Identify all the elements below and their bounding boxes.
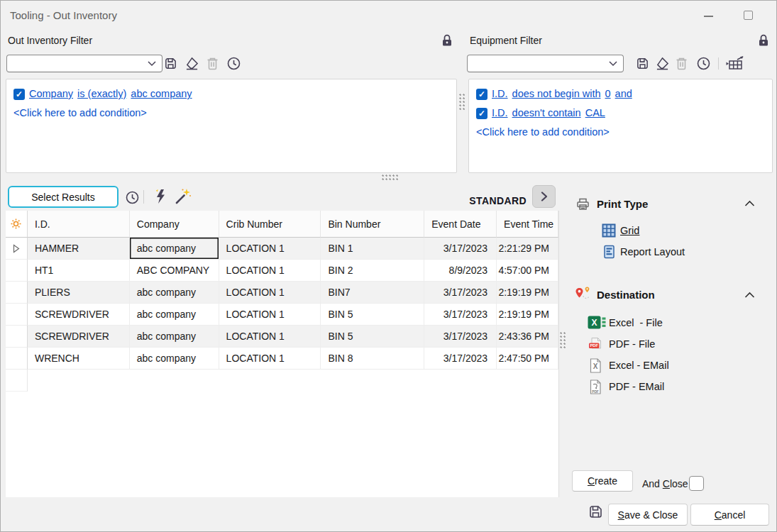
cell-company-focused[interactable]: abc company — [130, 238, 219, 260]
cell-id[interactable]: HT1 — [28, 260, 130, 282]
cell-company[interactable]: abc company — [130, 326, 219, 348]
grid-options-header-cell[interactable] — [6, 211, 28, 238]
column-header[interactable]: Company — [130, 211, 219, 238]
cell-crib[interactable]: LOCATION 1 — [219, 260, 321, 282]
run-query-icon[interactable] — [153, 189, 167, 204]
delete-filter-icon[interactable] — [206, 57, 219, 70]
maximize-icon[interactable] — [744, 11, 753, 20]
print-type-option-report[interactable]: Report Layout — [620, 246, 685, 257]
filter-history-icon[interactable] — [697, 57, 710, 70]
condition-operator-link[interactable]: doesn't contain — [512, 104, 581, 123]
cell-bin[interactable]: BIN 5 — [321, 304, 424, 326]
cell-bin[interactable]: BIN 8 — [321, 348, 424, 370]
cell-bin[interactable]: BIN 1 — [321, 238, 424, 260]
cell-event-date[interactable]: 8/9/2023 — [424, 260, 497, 282]
cell-event-date[interactable]: 3/17/2023 — [424, 326, 497, 348]
pdf-file-icon[interactable]: PDF — [588, 338, 602, 350]
apply-equipment-filter-icon[interactable] — [725, 55, 745, 71]
cell-bin[interactable]: BIN 5 — [321, 326, 424, 348]
cell-event-time[interactable]: 2:21:29 PM — [497, 238, 558, 260]
cell-event-date[interactable]: 3/17/2023 — [424, 238, 497, 260]
cell-id[interactable]: WRENCH — [28, 348, 130, 370]
cancel-button[interactable]: Cancel — [690, 504, 769, 526]
condition-checkbox[interactable]: ✓ — [13, 89, 25, 100]
expand-panel-button[interactable] — [532, 185, 556, 208]
condition-operator-link[interactable]: does not begin with — [512, 84, 601, 104]
cell-event-date[interactable]: 3/17/2023 — [424, 282, 497, 304]
and-close-checkbox[interactable] — [689, 476, 704, 491]
cell-crib[interactable]: LOCATION 1 — [219, 326, 321, 348]
destination-option-pdf-file[interactable]: PDF - File — [609, 338, 655, 350]
cell-event-time[interactable]: 2:19:19 PM — [497, 304, 558, 326]
condition-conjunction-link[interactable]: and — [615, 84, 632, 104]
create-button[interactable]: Create — [572, 470, 633, 492]
cell-crib[interactable]: LOCATION 1 — [219, 238, 321, 260]
cell-crib[interactable]: LOCATION 1 — [219, 304, 321, 326]
destination-option-excel-email[interactable]: Excel - EMail — [609, 360, 669, 371]
cell-bin[interactable]: BIN 2 — [321, 260, 424, 282]
destination-option-excel-file[interactable]: Excel - File — [609, 317, 663, 328]
condition-value-link[interactable]: abc company — [131, 84, 192, 104]
condition-checkbox[interactable]: ✓ — [476, 108, 487, 119]
filter-results-splitter[interactable] — [382, 174, 398, 181]
cell-event-time[interactable]: 2:47:50 PM — [497, 348, 558, 370]
column-header[interactable]: Crib Number — [219, 211, 321, 238]
save-filter-icon[interactable] — [164, 57, 177, 70]
column-header[interactable]: I.D. — [28, 211, 130, 238]
cell-crib[interactable]: LOCATION 1 — [219, 348, 321, 370]
cell-id[interactable]: PLIERS — [28, 282, 130, 304]
cell-event-time[interactable]: 2:43:36 PM — [497, 326, 558, 348]
excel-file-icon[interactable]: X — [588, 316, 606, 329]
clear-filter-icon[interactable] — [655, 57, 670, 70]
condition-value-link[interactable]: CAL — [585, 104, 605, 123]
row-indicator-cell — [6, 304, 28, 326]
filter-panels-splitter[interactable] — [459, 94, 465, 110]
cell-crib[interactable]: LOCATION 1 — [219, 282, 321, 304]
cell-event-date[interactable]: 3/17/2023 — [424, 304, 497, 326]
cell-company[interactable]: ABC COMPANY — [130, 260, 219, 282]
condition-operator-link[interactable]: is (exactly) — [77, 84, 126, 104]
column-header[interactable]: Event Time — [497, 211, 558, 238]
cell-event-time[interactable]: 2:19:19 PM — [497, 282, 558, 304]
wizard-icon[interactable] — [175, 188, 192, 205]
grid-layout-icon[interactable] — [602, 223, 616, 238]
condition-field-link[interactable]: I.D. — [492, 104, 508, 123]
cell-id[interactable]: SCREWDRIVER — [28, 304, 130, 326]
equipment-filter-saved-combo[interactable] — [467, 55, 624, 72]
collapse-print-type-icon[interactable] — [744, 200, 755, 207]
filter-history-icon[interactable] — [227, 57, 241, 70]
add-condition-link[interactable]: <Click here to add condition> — [476, 123, 765, 142]
cell-event-date[interactable]: 3/17/2023 — [424, 348, 497, 370]
destination-option-pdf-email[interactable]: PDF - EMail — [609, 381, 664, 392]
column-header[interactable]: Event Date — [424, 211, 497, 238]
window-title: Tooling - Out Inventory — [10, 9, 117, 21]
condition-value-link[interactable]: 0 — [605, 84, 611, 104]
column-header[interactable]: Bin Number — [321, 211, 424, 238]
out-filter-saved-combo[interactable] — [6, 55, 162, 72]
cell-event-time[interactable]: 4:57:00 PM — [497, 260, 558, 282]
excel-email-icon[interactable]: X — [589, 358, 602, 373]
report-layout-icon[interactable] — [603, 245, 615, 259]
cell-company[interactable]: abc company — [130, 348, 219, 370]
select-results-button[interactable]: Select Results — [8, 186, 119, 208]
add-condition-link[interactable]: <Click here to add condition> — [13, 104, 449, 123]
print-type-option-grid[interactable]: Grid — [620, 225, 639, 236]
minimize-icon[interactable] — [704, 16, 713, 17]
save-and-close-button[interactable]: Save & Close — [608, 504, 688, 526]
results-history-icon[interactable] — [126, 191, 139, 204]
delete-filter-icon[interactable] — [676, 57, 688, 70]
pdf-email-icon[interactable]: PDF — [589, 379, 602, 394]
cell-company[interactable]: abc company — [130, 304, 219, 326]
clear-filter-icon[interactable] — [184, 57, 199, 70]
condition-checkbox[interactable]: ✓ — [476, 89, 487, 100]
grid-panel-splitter[interactable] — [560, 332, 566, 348]
current-row-arrow-icon — [13, 244, 20, 253]
save-filter-icon[interactable] — [636, 57, 649, 70]
condition-field-link[interactable]: Company — [29, 84, 73, 104]
condition-field-link[interactable]: I.D. — [492, 84, 508, 104]
cell-bin[interactable]: BIN7 — [321, 282, 424, 304]
cell-id[interactable]: HAMMER — [28, 238, 130, 260]
collapse-destination-icon[interactable] — [744, 292, 755, 299]
cell-id[interactable]: SCREWDRIVER — [28, 326, 130, 348]
cell-company[interactable]: abc company — [130, 282, 219, 304]
